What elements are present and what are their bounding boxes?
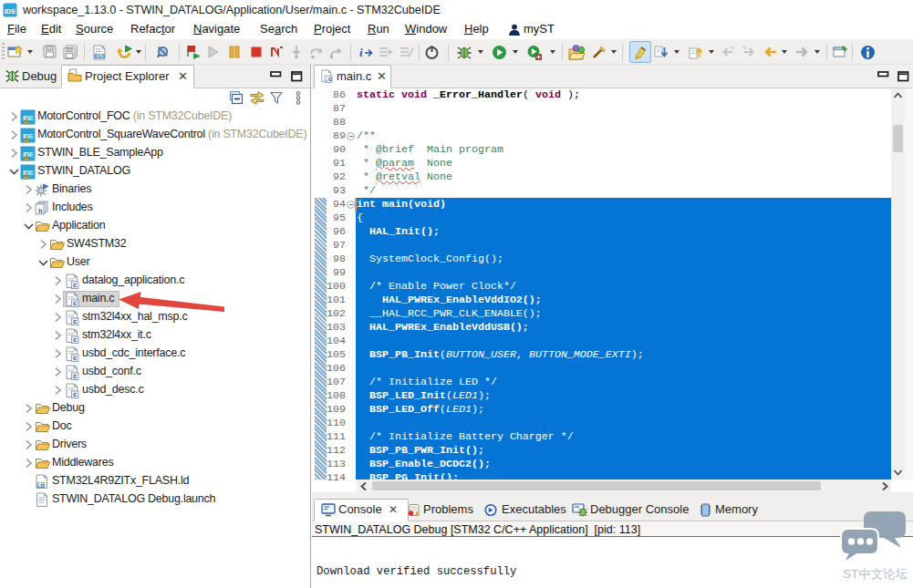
svg-text:010: 010 [94, 53, 105, 59]
svg-text:IDE: IDE [23, 151, 34, 158]
svg-text:IDE: IDE [23, 170, 34, 176]
svg-text:i: i [359, 46, 363, 59]
svg-text:c: c [73, 373, 78, 380]
svg-text:LD: LD [37, 483, 45, 489]
svg-text:c: c [73, 282, 78, 289]
svg-text:.c: .c [325, 76, 332, 83]
svg-text:c: c [73, 336, 78, 344]
svg-text:c: c [73, 318, 78, 325]
svg-text:c: c [73, 355, 78, 362]
svg-text:ST中文论坛: ST中文论坛 [843, 567, 908, 581]
svg-text:c: c [73, 391, 78, 398]
svg-text:IDE: IDE [23, 115, 34, 121]
svg-text:IDE: IDE [5, 7, 16, 15]
svg-text:IDE: IDE [23, 133, 34, 139]
svg-text:c: c [73, 300, 78, 307]
svg-text:h: h [38, 208, 43, 215]
